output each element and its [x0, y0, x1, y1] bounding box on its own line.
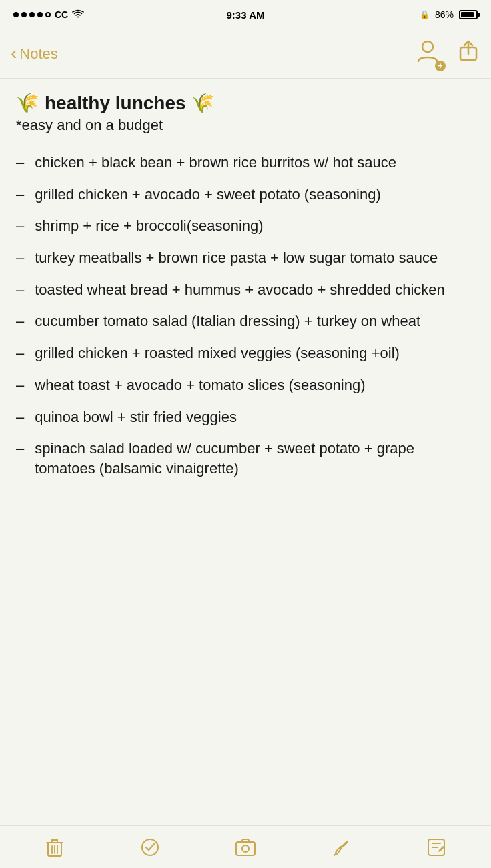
note-title: 🌾 healthy lunches 🌾: [16, 92, 475, 114]
svg-point-0: [422, 41, 433, 52]
list-item-text: grilled chicken + avocado + sweet potato…: [35, 185, 475, 205]
list-item: – toasted wheat bread + hummus + avocado…: [16, 280, 475, 300]
dash-icon: –: [16, 439, 24, 459]
compose-button[interactable]: [420, 831, 452, 863]
list-item-text: shrimp + rice + broccoli(seasoning): [35, 216, 475, 236]
status-left: CC: [13, 9, 84, 21]
svg-point-13: [242, 845, 249, 852]
back-label: Notes: [19, 45, 57, 63]
trash-icon: [44, 837, 65, 858]
dot-5: [45, 12, 51, 17]
dash-icon: –: [16, 311, 24, 331]
check-circle-icon: [139, 837, 161, 858]
dot-3: [29, 12, 35, 17]
share-button[interactable]: [456, 39, 480, 68]
share-icon: [456, 39, 480, 63]
list-item: – quinoa bowl + stir fried veggies: [16, 407, 475, 427]
title-emoji-left: 🌾: [16, 92, 39, 114]
list-item-text: grilled chicken + roasted mixed veggies …: [35, 343, 475, 363]
list-item-text: turkey meatballs + brown rice pasta + lo…: [35, 248, 475, 268]
status-right: 🔒 86%: [420, 9, 478, 20]
dash-icon: –: [16, 375, 24, 395]
pen-icon: [330, 837, 352, 858]
note-subtitle: *easy and on a budget: [16, 117, 475, 134]
wifi-icon: [72, 9, 84, 21]
dash-icon: –: [16, 407, 24, 427]
list-item: – shrimp + rice + broccoli(seasoning): [16, 216, 475, 236]
dash-icon: –: [16, 153, 24, 173]
nav-actions: +: [415, 37, 480, 70]
back-chevron-icon: ‹: [11, 44, 17, 63]
dash-icon: –: [16, 248, 24, 268]
carrier-label: CC: [55, 9, 68, 20]
dash-icon: –: [16, 185, 24, 205]
list-item-text: toasted wheat bread + hummus + avocado +…: [35, 280, 475, 300]
battery-percentage: 86%: [435, 9, 454, 20]
add-badge: +: [435, 61, 446, 71]
list-item: – wheat toast + avocado + tomato slices …: [16, 375, 475, 395]
dot-4: [37, 12, 43, 17]
compose-icon: [426, 837, 447, 858]
nav-bar: ‹ Notes +: [0, 29, 491, 79]
list-item: – chicken + black bean + brown rice burr…: [16, 153, 475, 173]
time-display: 9:33 AM: [227, 9, 265, 21]
bottom-toolbar: [0, 825, 491, 868]
list-item: – grilled chicken + avocado + sweet pota…: [16, 185, 475, 205]
battery-fill: [461, 12, 474, 17]
svg-rect-12: [236, 842, 255, 855]
list-item: – turkey meatballs + brown rice pasta + …: [16, 248, 475, 268]
list-item: – grilled chicken + roasted mixed veggie…: [16, 343, 475, 363]
list-item-text: quinoa bowl + stir fried veggies: [35, 407, 475, 427]
pen-button[interactable]: [325, 831, 357, 863]
svg-line-14: [334, 854, 336, 855]
camera-icon: [235, 837, 256, 858]
battery-icon: [459, 10, 478, 19]
camera-button[interactable]: [229, 831, 262, 863]
trash-button[interactable]: [39, 831, 71, 863]
dash-icon: –: [16, 343, 24, 363]
dot-1: [13, 12, 19, 17]
dash-icon: –: [16, 216, 24, 236]
signal-dots: [13, 12, 51, 17]
checklist-button[interactable]: [134, 831, 166, 863]
note-content: 🌾 healthy lunches 🌾 *easy and on a budge…: [0, 79, 491, 825]
list-item-text: spinach salad loaded w/ cucumber + sweet…: [35, 439, 475, 478]
svg-point-11: [142, 839, 158, 855]
back-button[interactable]: ‹ Notes: [11, 45, 58, 63]
add-person-button[interactable]: +: [415, 37, 443, 70]
list-item: – spinach salad loaded w/ cucumber + swe…: [16, 439, 475, 478]
dot-2: [21, 12, 27, 17]
title-emoji-right: 🌾: [191, 92, 215, 114]
status-bar: CC 9:33 AM 🔒 86%: [0, 0, 491, 29]
list-item-text: cucumber tomato salad (Italian dressing)…: [35, 311, 475, 331]
list-item: – cucumber tomato salad (Italian dressin…: [16, 311, 475, 331]
list-item-text: chicken + black bean + brown rice burrit…: [35, 153, 475, 173]
dash-icon: –: [16, 280, 24, 300]
lock-icon: 🔒: [420, 10, 430, 19]
title-text: healthy lunches: [45, 93, 186, 114]
list-item-text: wheat toast + avocado + tomato slices (s…: [35, 375, 475, 395]
